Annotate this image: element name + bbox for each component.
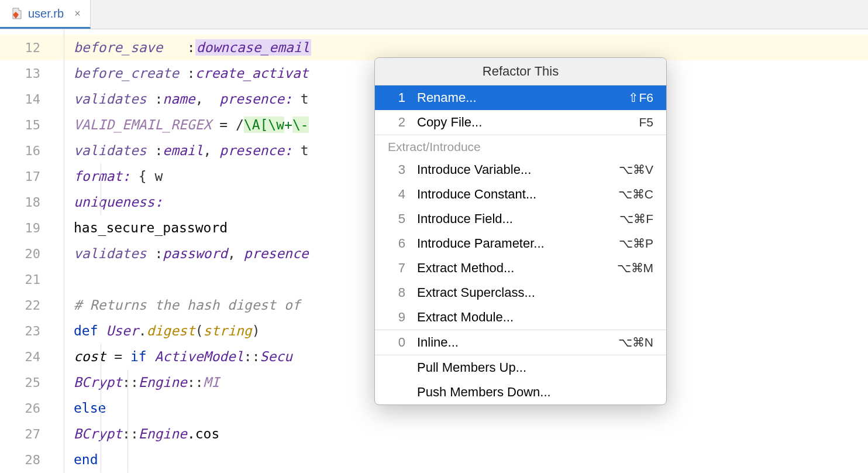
line-number[interactable]: 27 — [0, 421, 64, 447]
line-number[interactable]: 19 — [0, 215, 64, 241]
menu-item-label: Extract Module... — [417, 310, 653, 325]
menu-item-label: Extract Method... — [417, 261, 617, 276]
menu-item-label: Pull Members Up... — [417, 360, 653, 375]
menu-item-label: Copy File... — [417, 115, 639, 130]
line-number[interactable]: 25 — [0, 369, 64, 395]
menu-item-shortcut: ⌥⌘N — [618, 335, 653, 349]
menu-item-introduce-field[interactable]: 5 Introduce Field... ⌥⌘F — [375, 207, 666, 231]
menu-item-shortcut: ⌥⌘V — [619, 163, 653, 177]
line-number[interactable]: 17 — [0, 163, 64, 189]
tab-bar: user.rb × — [0, 0, 868, 29]
refactor-popup: Refactor This 1 Rename... ⇧F6 2 Copy Fil… — [374, 57, 667, 405]
popup-section-header: Extract/Introduce — [375, 135, 666, 157]
line-number[interactable]: 24 — [0, 344, 64, 369]
file-tab[interactable]: user.rb × — [0, 0, 91, 29]
menu-item-label: Introduce Variable... — [417, 162, 619, 177]
menu-item-label: Push Members Down... — [417, 385, 653, 400]
menu-item-number: 9 — [388, 310, 405, 325]
menu-item-copy-file[interactable]: 2 Copy File... F5 — [375, 110, 666, 135]
menu-item-shortcut: ⇧F6 — [628, 91, 653, 105]
line-number[interactable]: 18 — [0, 189, 64, 215]
menu-item-shortcut: ⌥⌘C — [618, 187, 653, 201]
code-line: before_save :downcase_email — [64, 35, 868, 60]
menu-item-rename[interactable]: 1 Rename... ⇧F6 — [375, 85, 666, 110]
line-number-gutter: 12 13 14 15 16 17 18 19 20 21 22 23 24 2… — [0, 29, 64, 473]
menu-item-shortcut: ⌥⌘F — [619, 212, 653, 226]
menu-item-label: Introduce Constant... — [417, 187, 618, 202]
line-number[interactable]: 26 — [0, 395, 64, 421]
menu-item-pull-members-up[interactable]: Pull Members Up... — [375, 355, 666, 380]
menu-item-label: Introduce Parameter... — [417, 236, 619, 251]
ruby-file-icon — [9, 7, 22, 20]
menu-item-extract-superclass[interactable]: 8 Extract Superclass... — [375, 280, 666, 305]
menu-item-label: Extract Superclass... — [417, 285, 653, 300]
menu-item-introduce-constant[interactable]: 4 Introduce Constant... ⌥⌘C — [375, 182, 666, 207]
menu-item-number: 4 — [388, 187, 405, 202]
line-number[interactable]: 16 — [0, 138, 64, 163]
menu-item-shortcut: F5 — [639, 115, 653, 129]
line-number[interactable]: 28 — [0, 447, 64, 472]
menu-item-shortcut: ⌥⌘P — [619, 236, 653, 251]
line-number[interactable]: 15 — [0, 112, 64, 138]
menu-item-label: Introduce Field... — [417, 211, 619, 227]
menu-item-number: 3 — [388, 162, 405, 177]
menu-item-label: Inline... — [417, 335, 618, 350]
line-number[interactable]: 20 — [0, 241, 64, 266]
menu-item-label: Rename... — [417, 90, 628, 105]
line-number[interactable]: 14 — [0, 86, 64, 112]
line-number[interactable]: 22 — [0, 292, 64, 318]
menu-item-push-members-down[interactable]: Push Members Down... — [375, 380, 666, 405]
line-number[interactable]: 12 — [0, 35, 64, 60]
menu-item-number: 2 — [388, 115, 405, 130]
menu-item-number: 7 — [388, 261, 405, 276]
popup-title: Refactor This — [375, 58, 666, 85]
menu-item-introduce-variable[interactable]: 3 Introduce Variable... ⌥⌘V — [375, 157, 666, 182]
menu-item-extract-module[interactable]: 9 Extract Module... — [375, 305, 666, 330]
menu-item-number: 5 — [388, 211, 405, 227]
tab-filename: user.rb — [28, 7, 64, 20]
menu-item-extract-method[interactable]: 7 Extract Method... ⌥⌘M — [375, 256, 666, 280]
close-tab-icon[interactable]: × — [74, 8, 81, 20]
menu-item-number: 6 — [388, 236, 405, 251]
line-number[interactable]: 13 — [0, 60, 64, 86]
menu-item-introduce-parameter[interactable]: 6 Introduce Parameter... ⌥⌘P — [375, 231, 666, 256]
code-line: end — [64, 447, 868, 472]
menu-item-number: 8 — [388, 285, 405, 300]
menu-item-shortcut: ⌥⌘M — [617, 261, 654, 275]
menu-item-number: 1 — [388, 90, 405, 105]
code-line: BCrypt::Engine.cos — [64, 421, 868, 447]
menu-item-inline[interactable]: 0 Inline... ⌥⌘N — [375, 330, 666, 355]
line-number[interactable]: 21 — [0, 266, 64, 292]
line-number[interactable]: 23 — [0, 318, 64, 344]
menu-item-number: 0 — [388, 335, 405, 350]
